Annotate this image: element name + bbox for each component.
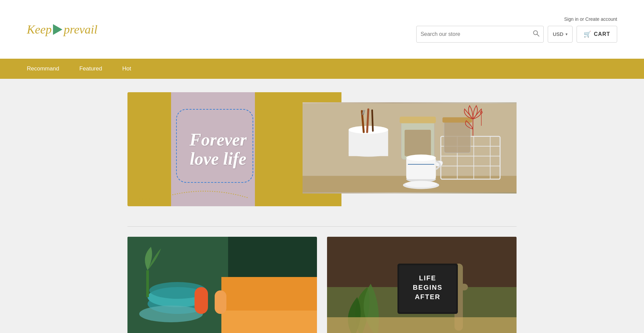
svg-rect-13	[400, 117, 436, 123]
cart-icon: 🛒	[584, 31, 591, 38]
svg-rect-14	[405, 130, 431, 156]
currency-selector[interactable]: USD ▾	[548, 26, 573, 43]
section-divider	[127, 226, 517, 227]
flower-decoration	[456, 102, 490, 151]
cart-button[interactable]: 🛒 CART	[577, 26, 617, 43]
hero-text-block: Forever love life	[190, 130, 247, 168]
auth-links: Sign in or Create account	[564, 16, 617, 22]
svg-point-31	[139, 198, 140, 200]
product-card-2[interactable]: LIFE BEGINS AFTER	[327, 237, 517, 333]
svg-point-24	[406, 155, 436, 161]
sign-in-link[interactable]: Sign in	[564, 16, 579, 22]
product-card-2-image: LIFE BEGINS AFTER	[327, 237, 517, 333]
svg-point-32	[142, 198, 143, 200]
create-account-link[interactable]: Create account	[585, 16, 617, 22]
dots-decoration	[134, 196, 154, 202]
svg-point-34	[149, 198, 150, 200]
search-bar[interactable]	[416, 26, 544, 43]
svg-point-33	[145, 198, 147, 200]
chevron-down-icon: ▾	[566, 32, 568, 37]
flower-svg	[456, 102, 490, 149]
svg-text:AFTER: AFTER	[415, 293, 441, 300]
header-controls: USD ▾ 🛒 CART	[416, 26, 617, 43]
product-cards-row: LIFE BEGINS AFTER	[127, 237, 517, 333]
product-card-1[interactable]	[127, 237, 317, 333]
svg-rect-56	[327, 317, 517, 333]
svg-text:BEGINS: BEGINS	[413, 284, 443, 291]
svg-point-42	[139, 306, 203, 322]
svg-rect-5	[348, 130, 388, 156]
auth-separator: or	[580, 16, 584, 22]
hero-inner: Forever love life	[127, 92, 517, 206]
svg-point-27	[405, 181, 437, 187]
main-content: Forever love life	[0, 79, 644, 333]
cart-label: CART	[594, 31, 610, 37]
search-icon	[533, 30, 539, 37]
svg-line-1	[537, 34, 539, 36]
logo-keep-text: Keep	[27, 22, 52, 37]
product-card-1-image	[127, 237, 317, 333]
nav-item-recommand[interactable]: Recommand	[27, 63, 59, 74]
hero-banner: Forever love life	[127, 92, 517, 206]
search-input[interactable]	[421, 31, 533, 37]
svg-rect-43	[195, 287, 208, 314]
svg-rect-44	[215, 290, 226, 314]
svg-text:LIFE: LIFE	[419, 274, 436, 282]
hero-title-line2: love life	[190, 149, 247, 168]
dotted-curve	[158, 181, 252, 201]
header-right-section: Sign in or Create account USD ▾ 🛒 C	[416, 16, 617, 43]
logo-arrow-icon	[53, 24, 62, 35]
logo-prevail-text: prevail	[64, 22, 98, 37]
products-section: LIFE BEGINS AFTER	[127, 226, 517, 333]
search-button[interactable]	[533, 30, 539, 38]
main-nav: Recommand Featured Hot	[0, 59, 644, 79]
svg-point-6	[348, 126, 388, 134]
logo[interactable]: Keep prevail	[27, 22, 98, 37]
site-header: Keep prevail Sign in or Create account U…	[0, 0, 644, 59]
currency-label: USD	[553, 31, 564, 37]
svg-rect-38	[221, 311, 317, 333]
svg-rect-45	[146, 270, 149, 297]
nav-item-featured[interactable]: Featured	[79, 63, 102, 74]
nav-item-hot[interactable]: Hot	[122, 63, 131, 74]
hero-title-line1: Forever	[190, 130, 247, 149]
